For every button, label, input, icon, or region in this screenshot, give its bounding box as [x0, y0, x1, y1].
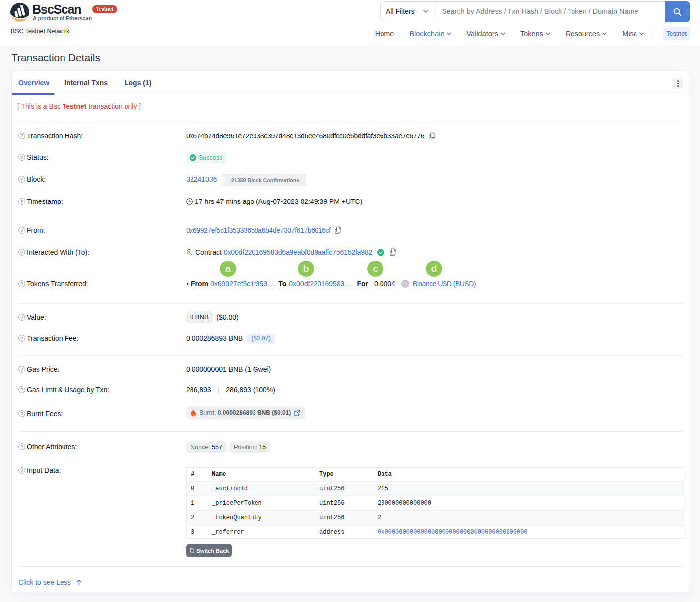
svg-text:?: ? [20, 314, 23, 320]
svg-text:?: ? [20, 387, 23, 392]
svg-text:?: ? [20, 227, 23, 233]
svg-text:?: ? [20, 281, 23, 286]
svg-text:?: ? [20, 199, 23, 204]
svg-text:?: ? [20, 176, 23, 182]
svg-text:?: ? [20, 444, 23, 449]
svg-text:?: ? [20, 335, 23, 341]
svg-text:?: ? [20, 366, 23, 372]
svg-text:?: ? [20, 411, 23, 416]
svg-text:?: ? [20, 154, 23, 160]
svg-text:?: ? [20, 249, 23, 255]
svg-text:?: ? [20, 468, 23, 473]
svg-text:?: ? [20, 133, 23, 138]
